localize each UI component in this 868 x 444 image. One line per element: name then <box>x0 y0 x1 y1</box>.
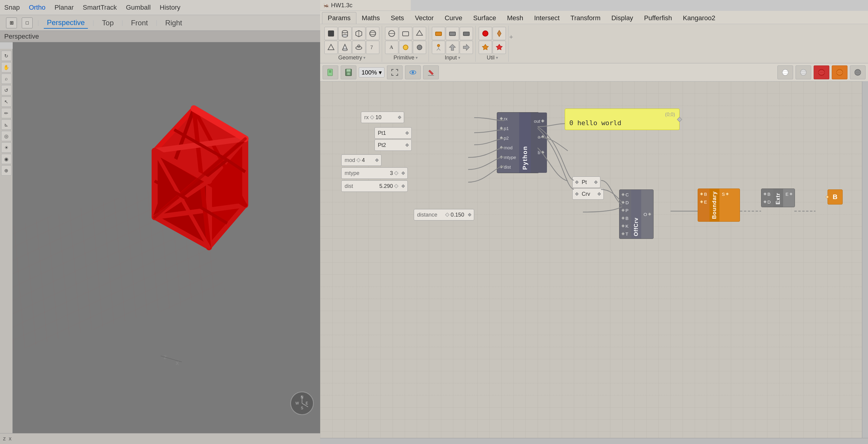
gh-new-btn[interactable] <box>322 65 338 79</box>
measure-tool[interactable]: ⊾ <box>1 119 11 130</box>
python-node[interactable]: rx p1 p2 mod mtype dist Python out a b <box>497 112 539 173</box>
planar-toggle[interactable]: Planar <box>54 4 74 11</box>
gh-icon-input2[interactable] <box>446 27 459 40</box>
draw-tool[interactable]: ✏ <box>1 108 11 118</box>
snap-toggle[interactable]: Snap <box>4 4 20 11</box>
tab-curve[interactable]: Curve <box>439 12 468 24</box>
gh-icon-tree[interactable] <box>432 41 445 54</box>
gh-icon-pyramid[interactable] <box>324 41 338 54</box>
pt1-label: Pt1 <box>378 130 386 136</box>
tab-surface[interactable]: Surface <box>468 12 502 24</box>
tab-top[interactable]: Top <box>99 18 117 28</box>
distance-input-node[interactable]: distance 0.150 <box>414 209 474 220</box>
gh-icon-cone[interactable] <box>338 41 351 54</box>
smarttrack-toggle[interactable]: SmartTrack <box>83 4 117 11</box>
gh-icon-prim6[interactable] <box>413 41 426 54</box>
rotate-tool[interactable]: ↺ <box>1 85 11 95</box>
svg-point-51 <box>342 35 348 37</box>
gh-icon-util4[interactable] <box>493 41 506 54</box>
tab-params[interactable]: Params <box>322 12 356 24</box>
select-tool[interactable]: ↖ <box>1 97 11 107</box>
gh-icon-prim3[interactable] <box>413 27 426 40</box>
mtype-input-node[interactable]: mtype 3 <box>341 167 408 179</box>
gh-scrollbar-horizontal[interactable] <box>320 438 868 444</box>
extr-port-d: D <box>763 198 772 206</box>
dist-input-node[interactable]: dist 5.290 <box>341 180 408 192</box>
gh-canvas[interactable]: rx 10 Pt1 Pt2 mod 4 mtype 3 <box>320 81 868 444</box>
gh-add-group-btn[interactable]: + <box>509 30 518 57</box>
gh-icon-circle3d[interactable] <box>352 41 366 54</box>
tab-front[interactable]: Front <box>128 18 151 28</box>
tab-intersect[interactable]: Intersect <box>529 12 565 24</box>
gh-clear-btn[interactable] <box>423 65 439 79</box>
history-toggle[interactable]: History <box>160 4 180 11</box>
gh-sphere-orange[interactable] <box>832 65 847 79</box>
eye-tool[interactable]: ◉ <box>1 154 11 164</box>
tab-display[interactable]: Display <box>606 12 639 24</box>
extra-tool[interactable]: ⊕ <box>1 165 11 176</box>
tab-transform[interactable]: Transform <box>565 12 606 24</box>
gh-scrollbar-vertical[interactable] <box>862 81 868 444</box>
gh-icon-prim4[interactable]: A <box>385 41 398 54</box>
gh-sphere-white[interactable] <box>777 65 793 79</box>
gh-sphere-gray[interactable] <box>796 65 811 79</box>
extr-port-e-diamond <box>789 192 793 196</box>
view-tool[interactable]: ◎ <box>1 131 11 141</box>
gh-preview-eye-btn[interactable] <box>405 65 421 79</box>
crv-output-node[interactable]: Crv <box>572 188 604 200</box>
gh-sphere-gray2[interactable] <box>850 65 866 79</box>
gh-icon-prim2[interactable] <box>399 27 412 40</box>
boundary-port-e: E <box>699 198 708 206</box>
gh-icon-prim5[interactable] <box>399 41 412 54</box>
gh-icon-util1[interactable] <box>479 27 492 40</box>
gh-icon-util3[interactable] <box>479 41 492 54</box>
rhino-3d-viewport[interactable]: z x N E S W <box>13 42 320 434</box>
gh-icon-arrow[interactable] <box>446 41 459 54</box>
gh-sphere-red[interactable] <box>814 65 829 79</box>
tab-kangaroo2[interactable]: Kangaroo2 <box>677 12 721 24</box>
gh-icon-cylinder[interactable] <box>338 27 351 40</box>
viewport-grid-btn[interactable]: ⊞ <box>6 18 17 28</box>
gh-zoom-select[interactable]: 100% ▾ <box>359 67 384 77</box>
orbit-tool[interactable]: ↻ <box>1 51 11 61</box>
pt1-input-node[interactable]: Pt1 <box>374 127 412 139</box>
viewport-tabs: ⊞ □ | Perspective | Top | Front | Right <box>0 15 320 31</box>
far-right-node[interactable]: B <box>828 190 843 205</box>
extr-node[interactable]: B D Extr E <box>761 189 795 207</box>
tab-right[interactable]: Right <box>162 18 185 28</box>
tab-sets[interactable]: Sets <box>385 12 409 24</box>
yellow-output-node[interactable]: (0;0) 0 hello world <box>565 109 680 130</box>
gh-icon-number[interactable]: 7 <box>366 41 379 54</box>
gh-icon-input3[interactable] <box>460 27 473 40</box>
gh-icon-arrow2[interactable] <box>460 41 473 54</box>
gh-icon-prim1[interactable] <box>385 27 398 40</box>
mod-input-node[interactable]: mod 4 <box>341 155 381 166</box>
gh-icon-util2[interactable] <box>493 27 506 40</box>
ortho-toggle[interactable]: Ortho <box>29 4 45 11</box>
svg-point-58 <box>342 49 347 51</box>
tab-maths[interactable]: Maths <box>356 12 385 24</box>
gh-menu-tabs: Params Maths Sets Vector Curve Surface M… <box>320 11 868 24</box>
tab-mesh[interactable]: Mesh <box>502 12 529 24</box>
gh-icon-box[interactable] <box>352 27 366 40</box>
extr-port-b-diamond <box>763 192 767 196</box>
gh-save-btn[interactable] <box>341 65 356 79</box>
tab-perspective[interactable]: Perspective <box>44 17 88 29</box>
tab-pufferfish[interactable]: Pufferfish <box>639 12 677 24</box>
gumball-toggle[interactable]: Gumball <box>126 4 151 11</box>
zoom-tool[interactable]: ⌕ <box>1 74 11 84</box>
gh-icon-stop[interactable] <box>324 27 338 40</box>
gh-icon-input1[interactable] <box>432 27 445 40</box>
rx-input-node[interactable]: rx 10 <box>361 112 404 123</box>
offcrv-node[interactable]: C D P B K T OffCrv O <box>619 190 654 239</box>
light-tool[interactable]: ☀ <box>1 142 11 152</box>
tab-vector[interactable]: Vector <box>409 12 439 24</box>
gh-util-group: Util ▾ <box>476 26 508 62</box>
gh-expand-btn[interactable] <box>387 65 403 79</box>
pan-tool[interactable]: ✋ <box>1 62 11 72</box>
viewport-single-btn[interactable]: □ <box>22 18 33 28</box>
pt-output-node[interactable]: Pt <box>572 176 600 188</box>
gh-icon-sphere[interactable] <box>366 27 379 40</box>
boundary-node[interactable]: B E Boundary S <box>698 189 740 222</box>
pt2-input-node[interactable]: Pt2 <box>374 139 412 151</box>
